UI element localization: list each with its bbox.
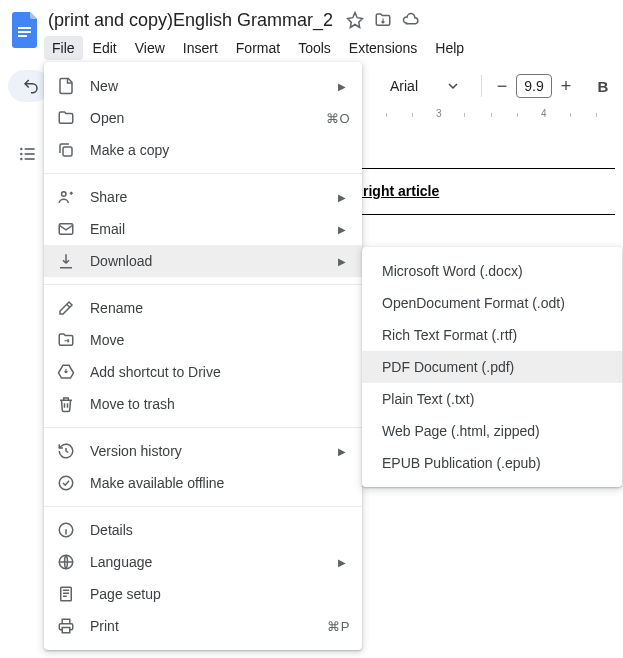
menu-item-version-history[interactable]: Version history ▶	[44, 435, 362, 467]
star-icon[interactable]	[345, 10, 365, 30]
svg-rect-9	[63, 147, 72, 156]
page-setup-icon	[56, 584, 76, 604]
submenu-arrow-icon: ▶	[338, 192, 350, 203]
menubar: File Edit View Insert Format Tools Exten…	[44, 34, 615, 62]
svg-rect-8	[25, 158, 35, 160]
move-icon	[56, 330, 76, 350]
submenu-item-odt[interactable]: OpenDocument Format (.odt)	[362, 287, 622, 319]
docs-logo[interactable]	[8, 12, 44, 48]
trash-icon	[56, 394, 76, 414]
left-rail	[14, 140, 42, 168]
svg-point-5	[20, 153, 23, 156]
submenu-arrow-icon: ▶	[338, 81, 350, 92]
menu-item-add-shortcut[interactable]: Add shortcut to Drive	[44, 356, 362, 388]
menu-file[interactable]: File	[44, 36, 83, 60]
chevron-down-icon	[448, 81, 458, 91]
outline-toggle-icon[interactable]	[14, 140, 42, 168]
offline-icon	[56, 473, 76, 493]
print-icon	[56, 616, 76, 636]
menu-item-print[interactable]: Print ⌘P	[44, 610, 362, 642]
menu-extensions[interactable]: Extensions	[341, 36, 425, 60]
shortcut-label: ⌘O	[326, 111, 350, 126]
menu-insert[interactable]: Insert	[175, 36, 226, 60]
svg-point-12	[59, 476, 73, 490]
separator	[481, 75, 482, 97]
app-header: (print and copy)English Grammar_2 File E…	[0, 0, 623, 62]
bold-button[interactable]: B	[591, 72, 615, 100]
globe-icon	[56, 552, 76, 572]
rename-pencil-icon	[56, 298, 76, 318]
download-icon	[56, 251, 76, 271]
menu-item-page-setup[interactable]: Page setup	[44, 578, 362, 610]
ruler-tick: 4	[541, 108, 547, 119]
menu-item-language[interactable]: Language ▶	[44, 546, 362, 578]
submenu-item-html[interactable]: Web Page (.html, zipped)	[362, 415, 622, 447]
submenu-item-pdf[interactable]: PDF Document (.pdf)	[362, 351, 622, 383]
menu-divider	[44, 427, 362, 428]
submenu-item-txt[interactable]: Plain Text (.txt)	[362, 383, 622, 415]
menu-item-new[interactable]: New ▶	[44, 70, 362, 102]
menu-view[interactable]: View	[127, 36, 173, 60]
share-person-icon	[56, 187, 76, 207]
svg-rect-2	[18, 35, 27, 37]
svg-point-7	[20, 158, 23, 161]
font-family-label: Arial	[390, 78, 440, 94]
menu-item-details[interactable]: Details	[44, 514, 362, 546]
copy-icon	[56, 140, 76, 160]
menu-item-share[interactable]: Share ▶	[44, 181, 362, 213]
menu-format[interactable]: Format	[228, 36, 288, 60]
download-submenu: Microsoft Word (.docx) OpenDocument Form…	[362, 247, 622, 487]
font-size-cluster: − 9.9 +	[490, 74, 578, 98]
menu-item-make-copy[interactable]: Make a copy	[44, 134, 362, 166]
move-folder-icon[interactable]	[373, 10, 393, 30]
svg-rect-6	[25, 153, 35, 155]
menu-divider	[44, 506, 362, 507]
menu-item-trash[interactable]: Move to trash	[44, 388, 362, 420]
cloud-saved-icon[interactable]	[401, 10, 421, 30]
drive-shortcut-icon	[56, 362, 76, 382]
svg-rect-1	[18, 31, 31, 33]
submenu-arrow-icon: ▶	[338, 224, 350, 235]
menu-divider	[44, 284, 362, 285]
menu-item-download[interactable]: Download ▶	[44, 245, 362, 277]
submenu-arrow-icon: ▶	[338, 557, 350, 568]
submenu-arrow-icon: ▶	[338, 446, 350, 457]
svg-rect-0	[18, 27, 31, 29]
svg-point-10	[62, 192, 67, 197]
submenu-item-docx[interactable]: Microsoft Word (.docx)	[362, 255, 622, 287]
menu-item-rename[interactable]: Rename	[44, 292, 362, 324]
menu-item-open[interactable]: Open ⌘O	[44, 102, 362, 134]
font-size-decrease[interactable]: −	[490, 74, 514, 98]
menu-item-email[interactable]: Email ▶	[44, 213, 362, 245]
submenu-item-epub[interactable]: EPUB Publication (.epub)	[362, 447, 622, 479]
shortcut-label: ⌘P	[327, 619, 350, 634]
folder-open-icon	[56, 108, 76, 128]
file-menu-dropdown: New ▶ Open ⌘O Make a copy Share ▶ Email …	[44, 62, 362, 650]
font-family-select[interactable]: Arial	[382, 72, 466, 100]
document-title[interactable]: (print and copy)English Grammar_2	[44, 8, 337, 33]
ruler-tick: 3	[436, 108, 442, 119]
svg-point-3	[20, 148, 23, 151]
info-icon	[56, 520, 76, 540]
menu-item-move[interactable]: Move	[44, 324, 362, 356]
svg-rect-4	[25, 148, 35, 150]
email-icon	[56, 219, 76, 239]
submenu-item-rtf[interactable]: Rich Text Format (.rtf)	[362, 319, 622, 351]
svg-rect-16	[62, 628, 70, 633]
menu-help[interactable]: Help	[427, 36, 472, 60]
menu-edit[interactable]: Edit	[85, 36, 125, 60]
menu-tools[interactable]: Tools	[290, 36, 339, 60]
menu-item-offline[interactable]: Make available offline	[44, 467, 362, 499]
file-blank-icon	[56, 76, 76, 96]
submenu-arrow-icon: ▶	[338, 256, 350, 267]
font-size-increase[interactable]: +	[554, 74, 578, 98]
font-size-input[interactable]: 9.9	[516, 74, 552, 98]
menu-divider	[44, 173, 362, 174]
history-icon	[56, 441, 76, 461]
